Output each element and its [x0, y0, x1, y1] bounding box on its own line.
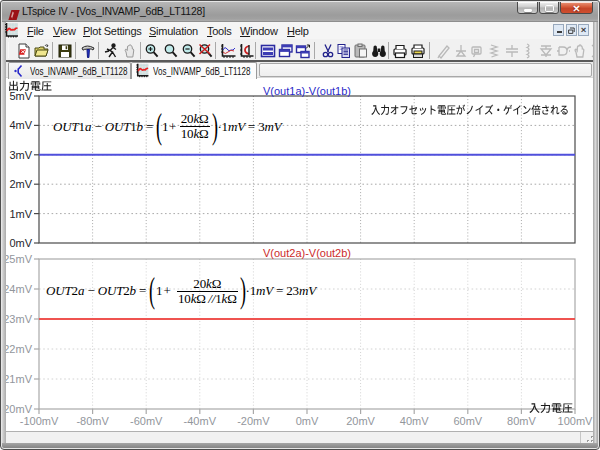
svg-text:-100mV: -100mV [20, 415, 59, 427]
svg-text:0mV: 0mV [296, 415, 319, 427]
svg-text:25mV: 25mV [6, 253, 33, 265]
svg-text:24mV: 24mV [6, 283, 33, 295]
svg-text:0mV: 0mV [9, 237, 32, 249]
svg-text:4mV: 4mV [9, 119, 32, 131]
svg-text:60mV: 60mV [453, 415, 482, 427]
svg-text:V(out2a)-V(out2b): V(out2a)-V(out2b) [263, 247, 351, 259]
svg-text:-60mV: -60mV [130, 415, 163, 427]
svg-text:V(out1a)-V(out1b): V(out1a)-V(out1b) [263, 85, 351, 97]
svg-text:5mV: 5mV [9, 90, 32, 102]
svg-text:22mV: 22mV [6, 343, 33, 355]
svg-text:21mV: 21mV [6, 373, 33, 385]
svg-text:100mV: 100mV [558, 415, 593, 427]
svg-text:3mV: 3mV [9, 149, 32, 161]
svg-text:20mV: 20mV [346, 415, 375, 427]
svg-text:2mV: 2mV [9, 178, 32, 190]
svg-text:20mV: 20mV [6, 403, 33, 415]
svg-text:-40mV: -40mV [184, 415, 217, 427]
svg-text:-20mV: -20mV [237, 415, 270, 427]
svg-text:80mV: 80mV [507, 415, 536, 427]
svg-text:-80mV: -80mV [76, 415, 109, 427]
svg-text:1mV: 1mV [9, 208, 32, 220]
svg-text:40mV: 40mV [400, 415, 429, 427]
svg-text:23mV: 23mV [6, 313, 33, 325]
